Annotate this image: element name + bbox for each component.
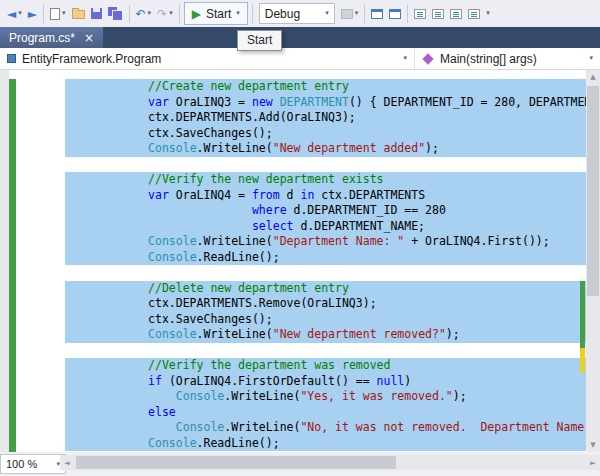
code-line[interactable] (0, 343, 586, 359)
code-segment: ctx.SaveChanges(); (65, 126, 273, 140)
navigate-backward-button[interactable]: ◄ ▾ (4, 3, 25, 25)
chevron-down-icon: ▾ (355, 10, 359, 17)
code-segment: //Create new department entry (148, 79, 349, 93)
command-window-icon (389, 9, 401, 19)
code-segment (65, 358, 148, 372)
chevron-down-icon: ▾ (325, 10, 329, 17)
code-line[interactable]: //Create new department entry (0, 79, 586, 95)
toolbar-overflow-button[interactable]: ▾ (483, 3, 493, 25)
chevron-down-icon: ▾ (486, 10, 490, 17)
code-segment (65, 234, 148, 248)
code-line[interactable]: select d.DEPARTMENT_NAME; (0, 219, 586, 235)
member-dropdown-value: Main(string[] args) (440, 52, 537, 66)
redo-button[interactable]: ↷ ▾ (154, 3, 176, 25)
command-window-button[interactable] (386, 3, 404, 25)
toolbox-icon (450, 9, 462, 19)
code-segment: from (252, 188, 280, 202)
code-line[interactable]: Console.WriteLine("New department added"… (0, 141, 586, 157)
code-segment: DEPARTMENT (280, 95, 349, 109)
code-line[interactable]: Console.WriteLine("New department remove… (0, 327, 586, 343)
new-file-icon (50, 8, 60, 20)
code-line[interactable]: if (OraLINQ4.FirstOrDefault() == null) (0, 374, 586, 390)
scroll-right-icon: ► (590, 459, 595, 467)
tab-program-cs[interactable]: Program.cs* × (0, 27, 103, 48)
code-segment (65, 436, 148, 450)
code-line[interactable]: Console.WriteLine("Department Name: " + … (0, 234, 586, 250)
solution-explorer-button[interactable] (411, 3, 429, 25)
find-in-files-icon (371, 9, 383, 19)
code-segment: .WriteLine( (224, 389, 300, 403)
code-line[interactable]: //Verify the department was removed (0, 358, 586, 374)
code-segment: Console (148, 250, 196, 264)
code-segment: Console (148, 436, 196, 450)
code-line[interactable]: ctx.DEPARTMENTS.Remove(OraLINQ3); (0, 296, 586, 312)
code-line[interactable]: else (0, 405, 586, 421)
zoom-dropdown[interactable]: 100 % ▾ (0, 454, 66, 474)
open-file-button[interactable] (69, 3, 88, 25)
code-line[interactable]: //Verify the new department exists (0, 172, 586, 188)
code-line[interactable]: //Delete new department entry (0, 281, 586, 297)
scroll-down-button[interactable]: ▼ (586, 438, 600, 452)
run-icon: ▶ (192, 8, 201, 20)
scroll-down-icon: ▼ (590, 441, 595, 449)
forward-icon: ► (28, 8, 37, 20)
code-line[interactable] (0, 265, 586, 281)
code-segment: //Delete new department entry (148, 281, 349, 295)
horizontal-scrollbar[interactable]: ◄ ► (60, 455, 600, 470)
chevron-down-icon: ▾ (62, 10, 66, 17)
code-segment (65, 420, 176, 434)
navigate-forward-button[interactable]: ► (25, 3, 40, 25)
scroll-up-icon: ▲ (590, 73, 595, 81)
debug-target-button[interactable]: ▾ (338, 3, 362, 25)
properties-window-button[interactable] (429, 3, 447, 25)
code-segment (65, 141, 148, 155)
toolbar-separator (252, 5, 253, 23)
save-all-button[interactable] (105, 3, 126, 25)
open-folder-icon (72, 10, 85, 19)
code-segment: select (252, 219, 294, 233)
vertical-scrollbar-thumb[interactable] (587, 86, 599, 296)
close-icon[interactable]: × (84, 32, 94, 44)
code-line[interactable]: Console.ReadLine(); (0, 250, 586, 266)
code-segment: (OraLINQ4.FirstOrDefault() == (162, 374, 377, 388)
code-segment: ); (446, 327, 460, 341)
toolbar-separator (407, 5, 408, 23)
start-debugging-button[interactable]: ▶ Start ▾ (184, 2, 248, 25)
toolbar-separator (129, 5, 130, 23)
code-line[interactable] (0, 157, 586, 173)
toolbox-button[interactable] (447, 3, 465, 25)
horizontal-scrollbar-thumb[interactable] (76, 456, 396, 469)
code-line[interactable]: Console.WriteLine("No, it was not remove… (0, 420, 586, 436)
find-in-files-button[interactable] (368, 3, 386, 25)
solution-configurations-dropdown[interactable]: Debug ▾ (259, 3, 335, 24)
change-marker-saved (580, 281, 585, 348)
code-segment: + OraLINQ4.First()); (404, 234, 549, 248)
code-line[interactable]: Console.WriteLine("Yes, it was removed."… (0, 389, 586, 405)
scroll-up-button[interactable]: ▲ (586, 70, 600, 84)
new-file-button[interactable]: ▾ (47, 3, 69, 25)
code-segment: else (148, 405, 176, 419)
code-segment: if (148, 374, 162, 388)
code-line[interactable]: var OraLINQ4 = from d in ctx.DEPARTMENTS (0, 188, 586, 204)
code-segment: .ReadLine(); (197, 436, 280, 450)
undo-button[interactable]: ↶ ▾ (133, 3, 155, 25)
code-line[interactable]: Console.ReadLine(); (0, 436, 586, 452)
error-list-button[interactable] (465, 3, 483, 25)
change-marker-unsaved (580, 348, 585, 373)
code-line[interactable]: ctx.SaveChanges(); (0, 126, 586, 142)
code-segment (65, 281, 148, 295)
code-line[interactable]: var OraLINQ3 = new DEPARTMENT() { DEPART… (0, 95, 586, 111)
code-line[interactable]: ctx.DEPARTMENTS.Add(OraLINQ3); (0, 110, 586, 126)
code-segment: in (300, 188, 314, 202)
code-line[interactable]: where d.DEPARTMENT_ID == 280 (0, 203, 586, 219)
type-dropdown[interactable]: EntityFramework.Program ▾ (0, 48, 415, 69)
scroll-right-button[interactable]: ► (586, 455, 600, 470)
vertical-scrollbar[interactable]: ▲ ▼ (586, 70, 600, 452)
scroll-left-button[interactable]: ◄ (60, 455, 74, 470)
code-segment: () { DEPARTMENT_ID = 280, DEPARTMENT_N (349, 95, 586, 109)
member-dropdown[interactable]: Main(string[] args) ▾ (415, 48, 600, 69)
save-button[interactable] (88, 3, 105, 25)
code-line[interactable]: ctx.SaveChanges(); (0, 312, 586, 328)
code-segment (65, 219, 252, 233)
code-editor[interactable]: //Create new department entry var OraLIN… (0, 70, 586, 452)
